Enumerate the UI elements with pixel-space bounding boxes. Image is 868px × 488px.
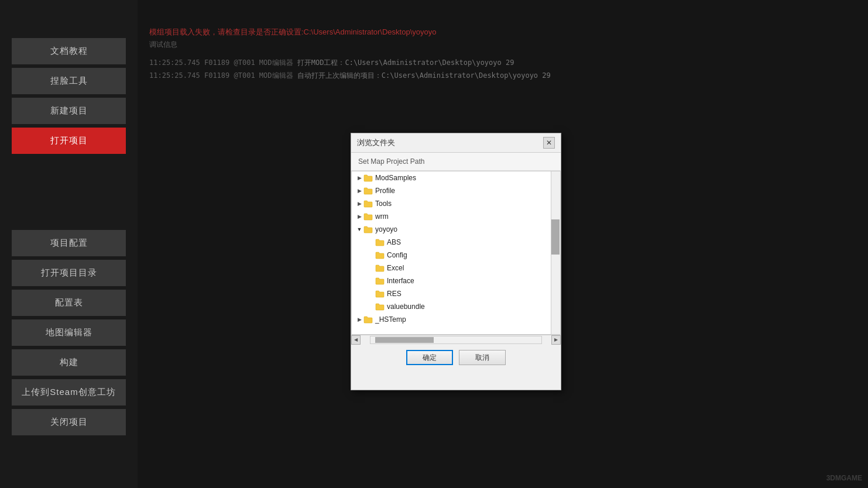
folder-icon (375, 264, 385, 272)
folder-icon (375, 290, 385, 298)
tree-arrow[interactable]: ▶ (355, 200, 363, 208)
tree-item[interactable]: ▶ wrm (352, 210, 551, 223)
tree-item[interactable]: ▼ yoyoyo (352, 223, 551, 236)
sidebar: 文档教程 捏脸工具 新建项目 打开项目 项目配置 打开项目目录 配置表 地图编辑… (0, 0, 138, 488)
tree-item-label: Profile (375, 187, 395, 195)
cancel-button[interactable]: 取消 (459, 350, 506, 365)
tree-item[interactable]: ▶ Interface (352, 274, 551, 287)
folder-icon (363, 315, 373, 324)
tree-item[interactable]: ▶ Excel (352, 262, 551, 274)
tree-item-label: wrm (375, 212, 389, 221)
tree-item-label: _HSTemp (375, 315, 406, 324)
folder-tree[interactable]: ▶ ModSamples▶ Profile▶ Tools▶ wrm▼ yoyoy… (351, 171, 561, 335)
folder-icon (363, 212, 373, 221)
scroll-left-arrow[interactable]: ◀ (351, 335, 361, 345)
tree-item-label: ABS (387, 238, 401, 246)
folder-icon (363, 174, 373, 182)
tree-item-label: Excel (387, 264, 404, 272)
open-dir-button[interactable]: 打开项目目录 (12, 260, 126, 286)
tree-item-label: RES (387, 290, 402, 298)
tree-arrow[interactable]: ▶ (355, 174, 363, 182)
scroll-right-arrow[interactable]: ▶ (551, 335, 561, 345)
tree-item[interactable]: ▶ RES (352, 287, 551, 300)
vertical-scrollbar[interactable] (551, 171, 560, 334)
main-area: 模组项目载入失败，请检查目录是否正确设置:C:\Users\Administra… (138, 0, 868, 488)
tree-arrow[interactable]: ▼ (355, 225, 363, 233)
scroll-track[interactable] (370, 336, 542, 344)
ok-button[interactable]: 确定 (406, 350, 453, 365)
tree-item[interactable]: ▶ Config (352, 249, 551, 262)
tree-arrow[interactable]: ▶ (355, 315, 363, 324)
folder-icon (375, 277, 385, 285)
folder-icon (363, 225, 373, 233)
sidebar-bottom: 项目配置 打开项目目录 配置表 地图编辑器 构建 上传到Steam创意工坊 关闭… (0, 224, 138, 441)
docs-button[interactable]: 文档教程 (12, 38, 126, 64)
tree-arrow[interactable]: ▶ (355, 187, 363, 195)
dialog-title: 浏览文件夹 (357, 138, 395, 148)
folder-icon (363, 187, 373, 195)
tree-item-label: Tools (375, 200, 392, 208)
upload-button[interactable]: 上传到Steam创意工坊 (12, 379, 126, 405)
face-tool-button[interactable]: 捏脸工具 (12, 68, 126, 94)
tree-item-label: Config (387, 251, 407, 259)
folder-icon (375, 303, 385, 311)
close-project-button[interactable]: 关闭项目 (12, 409, 126, 435)
dialog-subtitle: Set Map Project Path (351, 153, 561, 171)
build-button[interactable]: 构建 (12, 349, 126, 376)
browse-folder-dialog: 浏览文件夹 ✕ Set Map Project Path ▶ ModSample… (351, 133, 561, 390)
tree-item[interactable]: ▶ _HSTemp (352, 313, 551, 326)
tree-item[interactable]: ▶ Profile (352, 184, 551, 197)
dialog-titlebar: 浏览文件夹 ✕ (351, 133, 561, 153)
tree-item-label: valuebundle (387, 303, 425, 311)
dialog-buttons: 确定 取消 (351, 344, 561, 371)
folder-icon (375, 251, 385, 259)
tree-item[interactable]: ▶ ModSamples (352, 171, 551, 184)
tree-item[interactable]: ▶ Tools (352, 197, 551, 210)
tree-item[interactable]: ▶ valuebundle (352, 300, 551, 313)
sidebar-top: 文档教程 捏脸工具 新建项目 打开项目 (0, 32, 138, 160)
scroll-thumb[interactable] (375, 337, 434, 343)
folder-icon (375, 238, 385, 246)
dialog-close-button[interactable]: ✕ (543, 137, 555, 149)
open-project-button[interactable]: 打开项目 (12, 128, 126, 154)
tree-item[interactable]: ▶ ABS (352, 236, 551, 249)
scrollbar-thumb[interactable] (551, 219, 560, 255)
tree-item-label: yoyoyo (375, 225, 397, 233)
project-config-button[interactable]: 项目配置 (12, 230, 126, 256)
tree-arrow[interactable]: ▶ (355, 212, 363, 221)
new-project-button[interactable]: 新建项目 (12, 98, 126, 124)
dialog-overlay: 浏览文件夹 ✕ Set Map Project Path ▶ ModSample… (138, 0, 868, 488)
folder-icon (363, 200, 373, 208)
config-table-button[interactable]: 配置表 (12, 290, 126, 316)
map-editor-button[interactable]: 地图编辑器 (12, 319, 126, 346)
tree-item-label: Interface (387, 277, 414, 285)
tree-item-label: ModSamples (375, 174, 416, 182)
horizontal-scrollbar[interactable]: ◀ ▶ (351, 335, 561, 344)
